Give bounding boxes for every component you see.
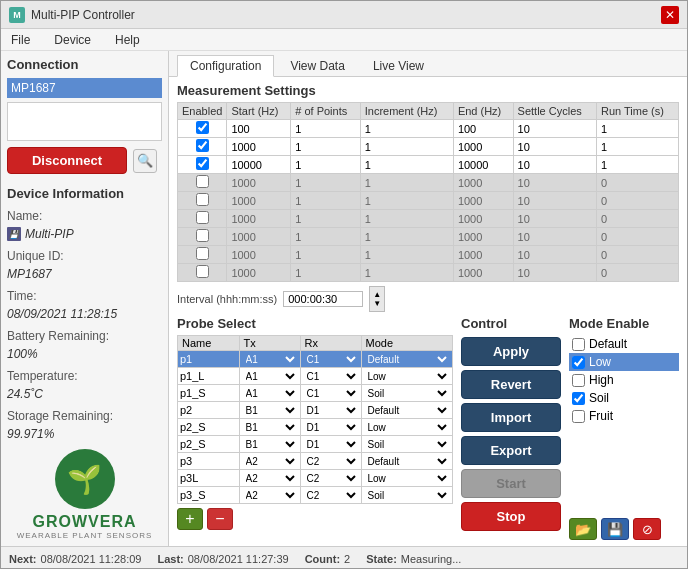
probe-row[interactable]: p2_SA1A2B1B2C1C2D1D2DefaultLowSoilFruit (178, 436, 453, 453)
probe-mode-select[interactable]: DefaultLowSoilFruit (364, 404, 451, 417)
probe-rx-select[interactable]: C1C2D1D2 (303, 438, 359, 451)
disconnect-row: Disconnect 🔍 (7, 147, 162, 174)
tab-live-view[interactable]: Live View (361, 56, 436, 76)
probe-name: p3L (178, 470, 240, 487)
mode-checkbox[interactable] (572, 374, 585, 387)
meas-cell: 1 (291, 228, 360, 246)
probe-mode-select[interactable]: DefaultLowSoilFruit (364, 455, 451, 468)
probe-rx-select[interactable]: C1C2D1D2 (303, 370, 359, 383)
save-icon: 💾 (607, 522, 623, 537)
probe-row[interactable]: p1A1A2B1B2C1C2D1D2DefaultLowSoilFruit (178, 351, 453, 368)
probe-remove-button[interactable]: − (207, 508, 233, 530)
enabled-checkbox[interactable] (196, 121, 209, 134)
app-icon: M (9, 7, 25, 23)
mode-checkbox[interactable] (572, 392, 585, 405)
enabled-checkbox[interactable] (196, 265, 209, 278)
measurement-row: 100001110000101 (178, 156, 679, 174)
mode-checkbox[interactable] (572, 356, 585, 369)
probe-mode-select[interactable]: DefaultLowSoilFruit (364, 438, 451, 451)
mode-item[interactable]: Soil (569, 389, 679, 407)
probe-row[interactable]: p1_SA1A2B1B2C1C2D1D2DefaultLowSoilFruit (178, 385, 453, 402)
probe-rx-select[interactable]: C1C2D1D2 (303, 421, 359, 434)
probe-name: p2 (178, 402, 240, 419)
probe-tx-select[interactable]: A1A2B1B2 (242, 472, 298, 485)
enabled-checkbox[interactable] (196, 229, 209, 242)
menu-device[interactable]: Device (48, 31, 97, 49)
meas-cell: 1 (360, 246, 453, 264)
probe-mode-select[interactable]: DefaultLowSoilFruit (364, 472, 451, 485)
mode-label: Soil (589, 391, 609, 405)
probe-row[interactable]: p2A1A2B1B2C1C2D1D2DefaultLowSoilFruit (178, 402, 453, 419)
probe-tx-select[interactable]: A1A2B1B2 (242, 421, 298, 434)
menu-help[interactable]: Help (109, 31, 146, 49)
enabled-checkbox[interactable] (196, 193, 209, 206)
probe-row[interactable]: p3LA1A2B1B2C1C2D1D2DefaultLowSoilFruit (178, 470, 453, 487)
probe-tx-select[interactable]: A1A2B1B2 (242, 438, 298, 451)
menu-file[interactable]: File (5, 31, 36, 49)
mode-clear-button[interactable]: ⊘ (633, 518, 661, 540)
mode-item[interactable]: Low (569, 353, 679, 371)
meas-cell: 10 (513, 246, 596, 264)
meas-cell: 1000 (453, 246, 513, 264)
probe-row[interactable]: p3A1A2B1B2C1C2D1D2DefaultLowSoilFruit (178, 453, 453, 470)
probe-row[interactable]: p3_SA1A2B1B2C1C2D1D2DefaultLowSoilFruit (178, 487, 453, 504)
export-button[interactable]: Export (461, 436, 561, 465)
meas-cell: 100 (227, 120, 291, 138)
probe-mode-select[interactable]: DefaultLowSoilFruit (364, 387, 451, 400)
probe-row[interactable]: p2_SA1A2B1B2C1C2D1D2DefaultLowSoilFruit (178, 419, 453, 436)
enabled-checkbox[interactable] (196, 175, 209, 188)
probe-mode-select[interactable]: DefaultLowSoilFruit (364, 489, 451, 502)
probe-rx-select[interactable]: C1C2D1D2 (303, 404, 359, 417)
interval-input[interactable] (283, 291, 363, 307)
enabled-checkbox[interactable] (196, 139, 209, 152)
control-title: Control (461, 316, 561, 331)
probe-rx-select[interactable]: C1C2D1D2 (303, 455, 359, 468)
probe-tx-select[interactable]: A1A2B1B2 (242, 455, 298, 468)
content-inner: Measurement Settings Enabled Start (Hz) … (169, 77, 687, 546)
search-button[interactable]: 🔍 (133, 149, 157, 173)
mode-checkbox[interactable] (572, 338, 585, 351)
time-value: 08/09/2021 11:28:15 (7, 307, 162, 321)
probe-rx-select[interactable]: C1C2D1D2 (303, 472, 359, 485)
mode-item[interactable]: Fruit (569, 407, 679, 425)
probe-tx-select[interactable]: A1A2B1B2 (242, 387, 298, 400)
mode-item[interactable]: Default (569, 335, 679, 353)
meas-cell: 1000 (453, 138, 513, 156)
next-value: 08/08/2021 11:28:09 (41, 553, 142, 565)
probe-rx-select[interactable]: C1C2D1D2 (303, 353, 359, 366)
enabled-checkbox[interactable] (196, 157, 209, 170)
apply-button[interactable]: Apply (461, 337, 561, 366)
interval-spin[interactable]: ▲ ▼ (369, 286, 385, 312)
probe-row[interactable]: p1_LA1A2B1B2C1C2D1D2DefaultLowSoilFruit (178, 368, 453, 385)
enabled-checkbox[interactable] (196, 211, 209, 224)
connection-device[interactable]: MP1687 (7, 78, 162, 98)
mode-save-button[interactable]: 💾 (601, 518, 629, 540)
tab-view-data[interactable]: View Data (278, 56, 356, 76)
probe-rx-select[interactable]: C1C2D1D2 (303, 489, 359, 502)
probe-rx-select[interactable]: C1C2D1D2 (303, 387, 359, 400)
probe-mode-select[interactable]: DefaultLowSoilFruit (364, 353, 451, 366)
probe-mode-select[interactable]: DefaultLowSoilFruit (364, 421, 451, 434)
probe-table: Name Tx Rx Mode p1A1A2B1B2C1C2D1D2Defaul… (177, 335, 453, 504)
stop-button[interactable]: Stop (461, 502, 561, 531)
import-button[interactable]: Import (461, 403, 561, 432)
meas-cell: 10 (513, 120, 596, 138)
probe-mode-select[interactable]: DefaultLowSoilFruit (364, 370, 451, 383)
meas-cell: 0 (596, 246, 678, 264)
probe-tx-select[interactable]: A1A2B1B2 (242, 353, 298, 366)
start-button[interactable]: Start (461, 469, 561, 498)
probe-tx-select[interactable]: A1A2B1B2 (242, 489, 298, 502)
mode-load-button[interactable]: 📂 (569, 518, 597, 540)
mode-checkbox[interactable] (572, 410, 585, 423)
probe-tx-select[interactable]: A1A2B1B2 (242, 370, 298, 383)
close-button[interactable]: ✕ (661, 6, 679, 24)
next-label: Next: (9, 553, 37, 565)
probe-tx-select[interactable]: A1A2B1B2 (242, 404, 298, 417)
revert-button[interactable]: Revert (461, 370, 561, 399)
tab-configuration[interactable]: Configuration (177, 55, 274, 77)
meas-cell: 0 (596, 210, 678, 228)
probe-add-button[interactable]: + (177, 508, 203, 530)
mode-item[interactable]: High (569, 371, 679, 389)
disconnect-button[interactable]: Disconnect (7, 147, 127, 174)
enabled-checkbox[interactable] (196, 247, 209, 260)
